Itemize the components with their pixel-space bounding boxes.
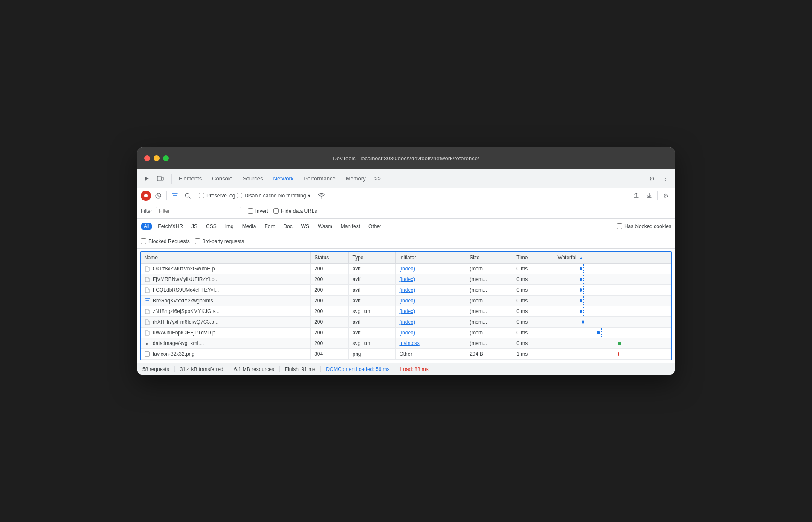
upload-icon[interactable]	[631, 190, 642, 201]
has-blocked-cookies-checkbox[interactable]: Has blocked cookies	[617, 223, 671, 229]
search-icon[interactable]	[182, 190, 193, 201]
third-party-input[interactable]	[195, 238, 200, 244]
clear-icon[interactable]	[153, 190, 164, 201]
initiator-link[interactable]: (index)	[399, 319, 415, 325]
row-initiator[interactable]: (index)	[396, 296, 466, 306]
filter-other[interactable]: Other	[365, 223, 384, 230]
row-initiator[interactable]: (index)	[396, 306, 466, 317]
throttle-dropdown[interactable]: No throttling ▾	[278, 193, 311, 199]
filter-wasm[interactable]: Wasm	[315, 223, 335, 230]
initiator-link[interactable]: (index)	[399, 330, 415, 336]
filter-js[interactable]: JS	[188, 223, 200, 230]
preserve-log-checkbox[interactable]: Preserve log	[199, 193, 235, 199]
blocked-requests-input[interactable]	[141, 238, 146, 244]
tab-elements[interactable]: Elements	[174, 170, 207, 188]
chevron-down-icon: ▾	[308, 193, 310, 199]
col-header-type[interactable]: Type	[349, 252, 396, 264]
filter-fetch-xhr[interactable]: Fetch/XHR	[155, 223, 186, 230]
row-name-cell[interactable]: uWWJfuFbpiClEFjPTdVD.p...	[141, 328, 311, 338]
cursor-icon[interactable]	[141, 173, 153, 185]
fullscreen-button[interactable]	[163, 155, 169, 161]
col-header-status[interactable]: Status	[311, 252, 349, 264]
filter-doc[interactable]: Doc	[280, 223, 295, 230]
table-row[interactable]: favicon-32x32.png 304 png Other 294 B 1 …	[141, 349, 671, 360]
row-initiator[interactable]: Other	[396, 349, 466, 360]
hide-data-urls-input[interactable]	[273, 208, 279, 214]
preserve-log-input[interactable]	[199, 193, 204, 198]
tab-sources[interactable]: Sources	[238, 170, 268, 188]
filter-input[interactable]	[156, 207, 241, 215]
filter-all[interactable]: All	[141, 223, 152, 230]
row-name-cell[interactable]: favicon-32x32.png	[141, 349, 311, 360]
row-initiator[interactable]: (index)	[396, 264, 466, 274]
initiator-link[interactable]: main.css	[399, 340, 419, 346]
filter-icon[interactable]	[169, 190, 180, 201]
minimize-button[interactable]	[154, 155, 160, 161]
row-name-cell[interactable]: rhXHHi7yxFm6IqiwQ7C3.p...	[141, 317, 311, 328]
row-name-cell[interactable]: BmGbqXVYxIY2kwgbNms...	[141, 296, 311, 306]
row-initiator[interactable]: (index)	[396, 328, 466, 338]
disable-cache-input[interactable]	[237, 193, 242, 198]
row-initiator[interactable]: main.css	[396, 338, 466, 349]
blocked-requests-checkbox[interactable]: Blocked Requests	[141, 238, 190, 244]
col-header-waterfall[interactable]: Waterfall ▲	[554, 252, 671, 264]
row-initiator[interactable]: (index)	[396, 285, 466, 296]
col-header-time[interactable]: Time	[513, 252, 554, 264]
device-toggle-icon[interactable]	[154, 173, 166, 185]
tab-network[interactable]: Network	[268, 170, 299, 188]
col-header-name[interactable]: Name	[141, 252, 311, 264]
row-name-cell[interactable]: FjVMRBNwMyllkUElRzYI.p...	[141, 274, 311, 285]
invert-input[interactable]	[248, 208, 253, 214]
tab-more[interactable]: >>	[371, 169, 384, 188]
table-row[interactable]: uWWJfuFbpiClEFjPTdVD.p... 200 avif (inde…	[141, 328, 671, 338]
initiator-link[interactable]: (index)	[399, 266, 415, 272]
row-initiator[interactable]: (index)	[396, 317, 466, 328]
filter-img[interactable]: Img	[222, 223, 237, 230]
filter-label: Filter	[141, 208, 152, 214]
wifi-icon[interactable]	[316, 190, 327, 201]
filter-css[interactable]: CSS	[203, 223, 220, 230]
table-row[interactable]: rhXHHi7yxFm6IqiwQ7C3.p... 200 avif (inde…	[141, 317, 671, 328]
table-row[interactable]: OkTz8xZwi0zVh2GWltnE.p... 200 avif (inde…	[141, 264, 671, 274]
row-time: 0 ms	[513, 296, 554, 306]
table-row[interactable]: FjVMRBNwMyllkUElRzYI.p... 200 avif (inde…	[141, 274, 671, 285]
table-row[interactable]: FCQLdbRS9UMc4eFHzYvI... 200 avif (index)…	[141, 285, 671, 296]
row-name-cell[interactable]: FCQLdbRS9UMc4eFHzYvI...	[141, 285, 311, 296]
row-status: 200	[311, 264, 349, 274]
row-name-cell[interactable]: ▸ data:image/svg+xml,...	[141, 338, 311, 349]
table-row[interactable]: ▸ data:image/svg+xml,... 200 svg+xml mai…	[141, 338, 671, 349]
filter-font[interactable]: Font	[261, 223, 278, 230]
svg-point-7	[321, 197, 322, 198]
tab-performance[interactable]: Performance	[299, 170, 340, 188]
more-options-icon[interactable]: ⋮	[659, 173, 671, 185]
third-party-checkbox[interactable]: 3rd-party requests	[195, 238, 244, 244]
col-header-size[interactable]: Size	[466, 252, 513, 264]
network-settings-icon[interactable]: ⚙	[660, 190, 671, 201]
settings-icon[interactable]: ⚙	[646, 173, 658, 185]
hide-data-urls-checkbox[interactable]: Hide data URLs	[273, 208, 317, 214]
table-row[interactable]: zN18ngzI6ejSpoKMYKJG.s... 200 svg+xml (i…	[141, 306, 671, 317]
has-blocked-cookies-input[interactable]	[617, 223, 622, 229]
tab-console[interactable]: Console	[207, 170, 238, 188]
disable-cache-checkbox[interactable]: Disable cache	[237, 193, 276, 199]
download-icon[interactable]	[644, 190, 655, 201]
row-size: (mem...	[466, 328, 513, 338]
tab-memory[interactable]: Memory	[341, 170, 371, 188]
col-header-initiator[interactable]: Initiator	[396, 252, 466, 264]
filter-media[interactable]: Media	[239, 223, 259, 230]
initiator-link[interactable]: (index)	[399, 276, 415, 282]
invert-checkbox[interactable]: Invert	[248, 208, 268, 214]
initiator-link[interactable]: (index)	[399, 298, 415, 304]
status-requests: 58 requests	[142, 366, 175, 372]
initiator-link[interactable]: (index)	[399, 287, 415, 293]
filter-ws[interactable]: WS	[298, 223, 312, 230]
row-name-cell[interactable]: zN18ngzI6ejSpoKMYKJG.s...	[141, 306, 311, 317]
close-button[interactable]	[144, 155, 150, 161]
row-initiator[interactable]: (index)	[396, 274, 466, 285]
initiator-link[interactable]: (index)	[399, 308, 415, 314]
filter-manifest[interactable]: Manifest	[338, 223, 363, 230]
table-row[interactable]: BmGbqXVYxIY2kwgbNms... 200 avif (index) …	[141, 296, 671, 306]
row-name-cell[interactable]: OkTz8xZwi0zVh2GWltnE.p...	[141, 264, 311, 274]
row-time: 0 ms	[513, 328, 554, 338]
record-button[interactable]	[141, 191, 151, 201]
